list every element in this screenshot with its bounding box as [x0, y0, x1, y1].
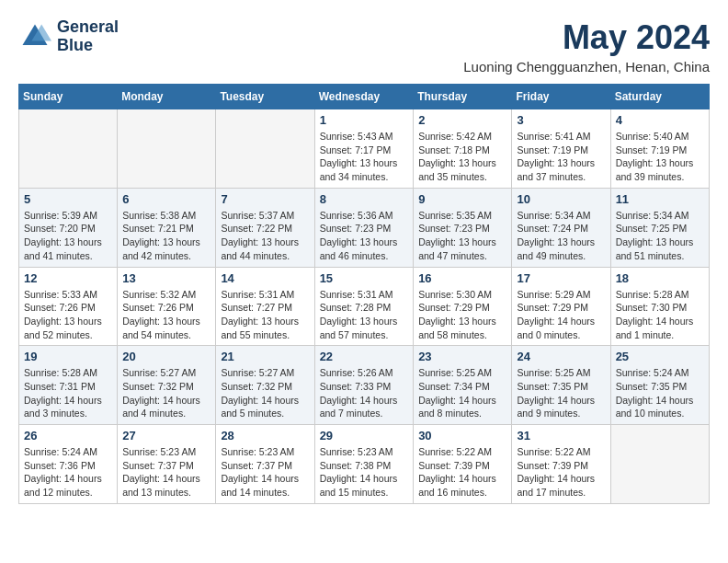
day-info: Sunrise: 5:25 AM Sunset: 7:35 PM Dayligh… [517, 366, 605, 420]
day-info: Sunrise: 5:39 AM Sunset: 7:20 PM Dayligh… [24, 209, 112, 263]
day-number: 14 [221, 271, 309, 285]
day-number: 28 [221, 429, 309, 442]
day-number: 25 [616, 350, 704, 363]
title-block: May 2024 Luoning Chengguanzhen, Henan, C… [463, 18, 710, 75]
day-number: 23 [418, 350, 506, 363]
day-number: 15 [320, 271, 409, 285]
day-info: Sunrise: 5:23 AM Sunset: 7:37 PM Dayligh… [221, 445, 309, 500]
calendar-cell: 4Sunrise: 5:40 AM Sunset: 7:19 PM Daylig… [610, 109, 709, 189]
calendar-cell: 12Sunrise: 5:33 AM Sunset: 7:26 PM Dayli… [19, 267, 118, 346]
day-number: 18 [616, 271, 704, 285]
calendar-cell: 31Sunrise: 5:22 AM Sunset: 7:39 PM Dayli… [512, 425, 610, 504]
day-number: 8 [320, 192, 409, 206]
day-number: 27 [122, 429, 210, 442]
day-number: 30 [418, 429, 506, 442]
weekday-header: Friday [512, 85, 610, 109]
month-title: May 2024 [463, 18, 710, 57]
calendar-week-row: 19Sunrise: 5:28 AM Sunset: 7:31 PM Dayli… [19, 346, 710, 425]
day-info: Sunrise: 5:25 AM Sunset: 7:34 PM Dayligh… [418, 366, 506, 420]
calendar-cell: 5Sunrise: 5:39 AM Sunset: 7:20 PM Daylig… [19, 188, 118, 267]
calendar-cell: 29Sunrise: 5:23 AM Sunset: 7:38 PM Dayli… [314, 425, 414, 504]
day-info: Sunrise: 5:30 AM Sunset: 7:29 PM Dayligh… [418, 288, 506, 342]
day-info: Sunrise: 5:22 AM Sunset: 7:39 PM Dayligh… [418, 445, 506, 500]
calendar-cell: 25Sunrise: 5:24 AM Sunset: 7:35 PM Dayli… [610, 346, 709, 425]
day-info: Sunrise: 5:31 AM Sunset: 7:28 PM Dayligh… [320, 288, 409, 342]
day-info: Sunrise: 5:38 AM Sunset: 7:21 PM Dayligh… [122, 209, 210, 263]
calendar-cell: 18Sunrise: 5:28 AM Sunset: 7:30 PM Dayli… [610, 267, 709, 346]
day-number: 7 [221, 192, 309, 206]
day-info: Sunrise: 5:34 AM Sunset: 7:24 PM Dayligh… [517, 209, 605, 263]
calendar-cell: 13Sunrise: 5:32 AM Sunset: 7:26 PM Dayli… [118, 267, 216, 346]
day-info: Sunrise: 5:29 AM Sunset: 7:29 PM Dayligh… [517, 288, 605, 342]
calendar-cell: 22Sunrise: 5:26 AM Sunset: 7:33 PM Dayli… [314, 346, 414, 425]
calendar-cell [216, 109, 314, 189]
calendar-cell [19, 109, 118, 189]
day-number: 24 [517, 350, 605, 363]
day-number: 11 [616, 192, 704, 206]
day-info: Sunrise: 5:23 AM Sunset: 7:37 PM Dayligh… [122, 445, 210, 500]
logo-icon [18, 20, 51, 53]
day-number: 31 [517, 429, 605, 442]
weekday-header: Tuesday [216, 85, 314, 109]
day-info: Sunrise: 5:35 AM Sunset: 7:23 PM Dayligh… [418, 209, 506, 263]
calendar-cell: 2Sunrise: 5:42 AM Sunset: 7:18 PM Daylig… [414, 109, 512, 189]
day-number: 13 [122, 271, 210, 285]
calendar-cell: 6Sunrise: 5:38 AM Sunset: 7:21 PM Daylig… [118, 188, 216, 267]
calendar-cell [610, 425, 709, 504]
calendar-cell: 30Sunrise: 5:22 AM Sunset: 7:39 PM Dayli… [414, 425, 512, 504]
day-info: Sunrise: 5:41 AM Sunset: 7:19 PM Dayligh… [517, 130, 605, 184]
day-info: Sunrise: 5:37 AM Sunset: 7:22 PM Dayligh… [221, 209, 309, 263]
day-number: 22 [320, 350, 409, 363]
day-info: Sunrise: 5:31 AM Sunset: 7:27 PM Dayligh… [221, 288, 309, 342]
calendar-cell [118, 109, 216, 189]
day-info: Sunrise: 5:26 AM Sunset: 7:33 PM Dayligh… [320, 366, 409, 420]
day-number: 20 [122, 350, 210, 363]
day-number: 17 [517, 271, 605, 285]
calendar-cell: 24Sunrise: 5:25 AM Sunset: 7:35 PM Dayli… [512, 346, 610, 425]
calendar-cell: 20Sunrise: 5:27 AM Sunset: 7:32 PM Dayli… [118, 346, 216, 425]
logo: General Blue [18, 18, 119, 55]
day-info: Sunrise: 5:23 AM Sunset: 7:38 PM Dayligh… [320, 445, 409, 500]
calendar-week-row: 5Sunrise: 5:39 AM Sunset: 7:20 PM Daylig… [19, 188, 710, 267]
day-number: 9 [418, 192, 506, 206]
day-info: Sunrise: 5:22 AM Sunset: 7:39 PM Dayligh… [517, 445, 605, 500]
calendar-cell: 11Sunrise: 5:34 AM Sunset: 7:25 PM Dayli… [610, 188, 709, 267]
page-header: General Blue May 2024 Luoning Chengguanz… [18, 18, 710, 75]
weekday-header: Saturday [610, 85, 709, 109]
logo-text: General Blue [57, 18, 119, 55]
day-info: Sunrise: 5:27 AM Sunset: 7:32 PM Dayligh… [221, 366, 309, 420]
day-number: 12 [24, 271, 112, 285]
day-number: 4 [616, 113, 704, 127]
calendar-cell: 14Sunrise: 5:31 AM Sunset: 7:27 PM Dayli… [216, 267, 314, 346]
weekday-header: Monday [118, 85, 216, 109]
calendar-cell: 10Sunrise: 5:34 AM Sunset: 7:24 PM Dayli… [512, 188, 610, 267]
calendar-cell: 1Sunrise: 5:43 AM Sunset: 7:17 PM Daylig… [314, 109, 414, 189]
calendar-cell: 19Sunrise: 5:28 AM Sunset: 7:31 PM Dayli… [19, 346, 118, 425]
calendar-week-row: 12Sunrise: 5:33 AM Sunset: 7:26 PM Dayli… [19, 267, 710, 346]
calendar-cell: 21Sunrise: 5:27 AM Sunset: 7:32 PM Dayli… [216, 346, 314, 425]
day-number: 5 [24, 192, 112, 206]
day-number: 19 [24, 350, 112, 363]
weekday-header: Sunday [19, 85, 118, 109]
calendar-cell: 28Sunrise: 5:23 AM Sunset: 7:37 PM Dayli… [216, 425, 314, 504]
weekday-header: Wednesday [314, 85, 414, 109]
day-number: 29 [320, 429, 409, 442]
calendar-cell: 8Sunrise: 5:36 AM Sunset: 7:23 PM Daylig… [314, 188, 414, 267]
day-info: Sunrise: 5:24 AM Sunset: 7:35 PM Dayligh… [616, 366, 704, 420]
calendar-table: SundayMondayTuesdayWednesdayThursdayFrid… [18, 84, 710, 504]
day-info: Sunrise: 5:27 AM Sunset: 7:32 PM Dayligh… [122, 366, 210, 420]
day-number: 3 [517, 113, 605, 127]
day-info: Sunrise: 5:33 AM Sunset: 7:26 PM Dayligh… [24, 288, 112, 342]
location: Luoning Chengguanzhen, Henan, China [463, 59, 710, 75]
day-info: Sunrise: 5:42 AM Sunset: 7:18 PM Dayligh… [418, 130, 506, 184]
calendar-cell: 17Sunrise: 5:29 AM Sunset: 7:29 PM Dayli… [512, 267, 610, 346]
day-info: Sunrise: 5:34 AM Sunset: 7:25 PM Dayligh… [616, 209, 704, 263]
day-info: Sunrise: 5:32 AM Sunset: 7:26 PM Dayligh… [122, 288, 210, 342]
calendar-cell: 16Sunrise: 5:30 AM Sunset: 7:29 PM Dayli… [414, 267, 512, 346]
day-info: Sunrise: 5:43 AM Sunset: 7:17 PM Dayligh… [320, 130, 409, 184]
day-number: 1 [320, 113, 409, 127]
calendar-cell: 23Sunrise: 5:25 AM Sunset: 7:34 PM Dayli… [414, 346, 512, 425]
calendar-cell: 7Sunrise: 5:37 AM Sunset: 7:22 PM Daylig… [216, 188, 314, 267]
calendar-cell: 9Sunrise: 5:35 AM Sunset: 7:23 PM Daylig… [414, 188, 512, 267]
calendar-week-row: 26Sunrise: 5:24 AM Sunset: 7:36 PM Dayli… [19, 425, 710, 504]
